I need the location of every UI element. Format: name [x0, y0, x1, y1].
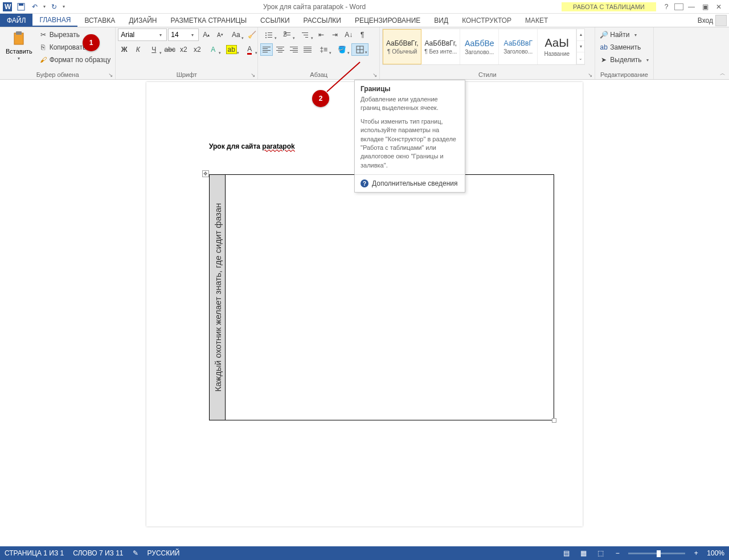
table-tools-contextual-label: РАБОТА С ТАБЛИЦАМИ [562, 2, 656, 11]
format-painter-button[interactable]: 🖌Формат по образцу [37, 54, 113, 66]
status-page[interactable]: СТРАНИЦА 1 ИЗ 1 [5, 549, 64, 557]
copy-button[interactable]: ⎘Копировать [37, 41, 113, 54]
gallery-up-icon[interactable]: ▴ [577, 29, 584, 41]
text-effects-icon[interactable]: A [204, 43, 222, 56]
style-heading2[interactable]: АаБбВвГЗаголово... [499, 29, 538, 64]
callout-1: 1 [83, 34, 100, 51]
align-center-icon[interactable] [274, 43, 286, 56]
paragraph-launcher-icon[interactable]: ↘ [371, 71, 378, 78]
account-signin[interactable]: Вход [698, 15, 727, 26]
status-words[interactable]: СЛОВО 7 ИЗ 11 [73, 549, 123, 557]
zoom-in-icon[interactable]: + [690, 548, 702, 558]
zoom-level[interactable]: 100% [707, 549, 724, 557]
grow-font-icon[interactable]: A▴ [200, 28, 212, 41]
style-normal[interactable]: АаБбВвГг,¶ Обычный [383, 29, 421, 64]
gallery-down-icon[interactable]: ▾ [577, 41, 584, 53]
align-left-icon[interactable] [260, 43, 273, 56]
font-color-icon[interactable]: A [241, 43, 258, 56]
select-button[interactable]: ➤Выделить▾ [597, 54, 650, 66]
help-icon[interactable]: ? [661, 2, 672, 12]
tab-table-layout[interactable]: МАКЕТ [518, 14, 555, 27]
table-move-handle-icon[interactable]: ✥ [202, 170, 209, 177]
align-right-icon[interactable] [288, 43, 300, 56]
justify-icon[interactable] [301, 43, 314, 56]
underline-icon[interactable]: Ч [145, 43, 162, 56]
shrink-font-icon[interactable]: A▾ [214, 28, 226, 41]
superscript-icon[interactable]: x2 [191, 43, 203, 56]
group-clipboard: Вставить ▾ ✂Вырезать ⎘Копировать 🖌Формат… [0, 27, 116, 79]
style-no-spacing[interactable]: АаБбВвГг,¶ Без инте... [421, 29, 460, 64]
sort-icon[interactable]: A↓ [342, 28, 355, 41]
tab-design[interactable]: ДИЗАЙН [122, 14, 163, 27]
redo-icon[interactable]: ↻ [49, 2, 59, 12]
zoom-out-icon[interactable]: − [611, 548, 624, 558]
zoom-slider[interactable] [628, 553, 685, 554]
svg-rect-30 [293, 52, 298, 52]
tab-review[interactable]: РЕЦЕНЗИРОВАНИЕ [348, 14, 427, 27]
svg-rect-27 [290, 47, 298, 47]
shading-icon[interactable]: 🪣 [333, 43, 350, 56]
font-size-select[interactable]: 14▾ [168, 28, 199, 41]
show-marks-icon[interactable]: ¶ [356, 28, 368, 41]
tab-file[interactable]: ФАЙЛ [0, 14, 32, 27]
document-table[interactable]: Каждый охотник желает знать, где сидит ф… [209, 174, 554, 420]
clear-formatting-icon[interactable]: 🧹 [245, 28, 258, 41]
title-bar: W ↶ ▾ ↻ ▾ Урок для сайта paratapok - Wor… [0, 0, 729, 14]
highlight-icon[interactable]: ab [223, 43, 240, 56]
numbering-icon[interactable]: 12 [279, 28, 296, 41]
cursor-icon: ➤ [600, 56, 608, 64]
tooltip-more-link[interactable]: ? Дополнительные сведения [355, 174, 465, 192]
save-icon[interactable] [16, 2, 26, 12]
increase-indent-icon[interactable]: ⇥ [329, 28, 341, 41]
tab-page-layout[interactable]: РАЗМЕТКА СТРАНИЦЫ [164, 14, 254, 27]
paste-button[interactable]: Вставить ▾ [2, 28, 36, 63]
signin-label: Вход [698, 17, 713, 24]
subscript-icon[interactable]: x2 [177, 43, 190, 56]
read-mode-icon[interactable]: ▤ [560, 548, 572, 558]
tab-mailings[interactable]: РАССЫЛКИ [297, 14, 348, 27]
clipboard-launcher-icon[interactable]: ↘ [107, 71, 114, 78]
binoculars-icon: 🔎 [600, 31, 608, 39]
find-button[interactable]: 🔎Найти▾ [597, 28, 650, 41]
multilevel-list-icon[interactable] [297, 28, 314, 41]
restore-icon[interactable]: ▣ [699, 2, 711, 12]
tab-home[interactable]: ГЛАВНАЯ [32, 14, 77, 27]
replace-button[interactable]: abЗаменить [597, 41, 650, 54]
tab-references[interactable]: ССЫЛКИ [253, 14, 296, 27]
proofing-icon[interactable]: ✎ [133, 549, 138, 557]
word-app-icon[interactable]: W [2, 2, 13, 12]
style-title[interactable]: АаЫНазвание [538, 29, 576, 64]
font-name-select[interactable]: Arial▾ [118, 28, 167, 41]
table-resize-handle-icon[interactable] [552, 418, 556, 423]
status-language[interactable]: РУССКИЙ [148, 549, 180, 557]
borders-icon[interactable] [351, 43, 368, 56]
change-case-icon[interactable]: Aa [227, 28, 244, 41]
undo-icon[interactable]: ↶ [30, 2, 40, 12]
cut-button[interactable]: ✂Вырезать [37, 28, 113, 41]
tab-constructor[interactable]: КОНСТРУКТОР [455, 14, 518, 27]
gallery-more-icon[interactable]: ⌄ [577, 52, 584, 64]
bold-icon[interactable]: Ж [118, 43, 130, 56]
italic-icon[interactable]: К [132, 43, 144, 56]
web-layout-icon[interactable]: ⬚ [594, 548, 607, 558]
decrease-indent-icon[interactable]: ⇤ [315, 28, 327, 41]
bullets-icon[interactable] [260, 28, 277, 41]
svg-rect-15 [286, 35, 290, 35]
styles-launcher-icon[interactable]: ↘ [587, 71, 593, 78]
ribbon-display-icon[interactable] [674, 3, 683, 10]
tab-view[interactable]: ВИД [427, 14, 455, 27]
document-heading[interactable]: Урок для сайта paratapok [209, 137, 295, 152]
strikethrough-icon[interactable]: abc [163, 43, 176, 56]
font-launcher-icon[interactable]: ↘ [249, 71, 256, 78]
collapse-ribbon-icon[interactable]: ︿ [720, 70, 726, 77]
ribbon-tabs: ФАЙЛ ГЛАВНАЯ ВСТАВКА ДИЗАЙН РАЗМЕТКА СТР… [0, 14, 729, 27]
minimize-icon[interactable]: — [686, 2, 697, 12]
svg-rect-5 [16, 31, 22, 35]
style-heading1[interactable]: АаБбВеЗаголово... [460, 29, 499, 64]
tab-insert[interactable]: ВСТАВКА [77, 14, 122, 27]
zoom-thumb-icon[interactable] [657, 550, 661, 557]
line-spacing-icon[interactable]: ‡≡ [315, 43, 332, 56]
print-layout-icon[interactable]: ▦ [577, 548, 589, 558]
table-cell-vertical[interactable]: Каждый охотник желает знать, где сидит ф… [210, 175, 226, 420]
close-icon[interactable]: ✕ [713, 2, 724, 12]
